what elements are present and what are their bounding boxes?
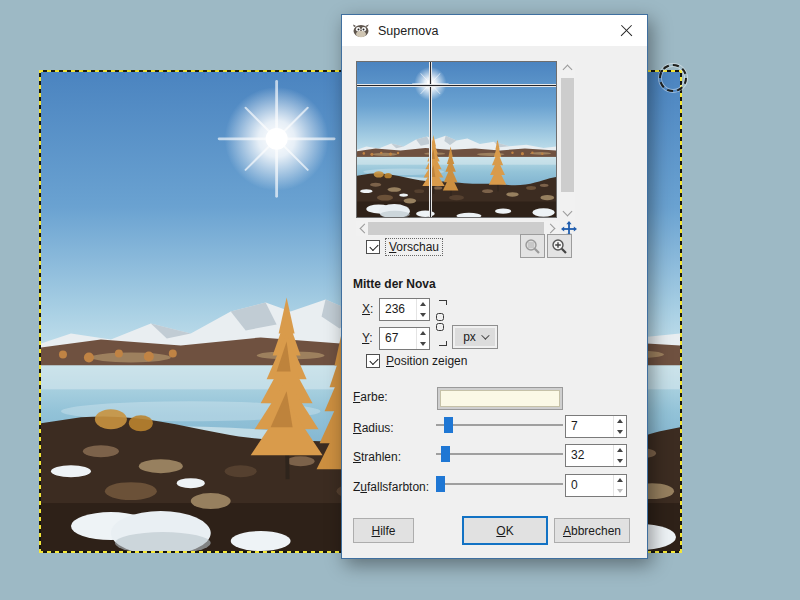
help-button-label: Hilfe: [371, 524, 395, 538]
cancel-button[interactable]: Abbrechen: [554, 518, 630, 543]
zufallsfarbton-spin-down-icon[interactable]: [614, 486, 626, 497]
slider-thumb-1[interactable]: [441, 446, 450, 462]
y-value[interactable]: 67: [380, 328, 416, 349]
zoom-out-button[interactable]: [520, 234, 545, 258]
x-spinbox[interactable]: 236: [379, 298, 430, 321]
radius-label: Radius:: [353, 421, 394, 435]
close-icon: [620, 24, 633, 37]
preview-toggle[interactable]: Vorschau: [366, 239, 442, 255]
dialog-title: Supernova: [378, 24, 438, 38]
strahlen-spin-down-icon[interactable]: [614, 456, 626, 467]
strahlen-spinbox[interactable]: 32: [565, 444, 627, 467]
y-spinbox[interactable]: 67: [379, 327, 430, 350]
scroll-up-icon[interactable]: [563, 65, 573, 75]
vertical-scroll-thumb[interactable]: [561, 78, 574, 192]
show-position-checkbox[interactable]: [366, 354, 380, 368]
zufallsfarbton-slider[interactable]: [436, 476, 563, 492]
selection-marching-ants-circle: [659, 64, 687, 92]
radius-spin-up-icon[interactable]: [614, 416, 626, 427]
unit-dropdown[interactable]: px: [452, 325, 498, 349]
x-spin-down-icon[interactable]: [417, 310, 429, 321]
strahlen-spin-up-icon[interactable]: [614, 445, 626, 456]
ok-button-label: OK: [496, 524, 513, 538]
show-position-toggle[interactable]: Position zeigen: [366, 354, 467, 368]
y-spin-down-icon[interactable]: [417, 339, 429, 350]
preview-viewport[interactable]: [356, 61, 557, 218]
scroll-right-icon[interactable]: [546, 224, 556, 234]
zufallsfarbton-label: Zufallsfarbton:: [353, 480, 429, 494]
y-label: Y:: [362, 331, 378, 345]
cancel-button-label: Abbrechen: [563, 524, 621, 538]
zoom-out-icon: [524, 238, 541, 255]
scroll-down-icon[interactable]: [563, 207, 573, 217]
strahlen-label: Strahlen:: [353, 450, 401, 464]
color-picker-button[interactable]: [437, 387, 563, 410]
strahlen-value[interactable]: 32: [566, 445, 613, 466]
layer-boundary-left: [39, 70, 41, 553]
slider-thumb-2[interactable]: [436, 476, 445, 492]
chain-unlink-icon[interactable]: [436, 300, 449, 346]
nova-center-crosshair-horizontal: [357, 84, 556, 87]
gimp-wilber-icon: [352, 24, 370, 38]
preview-checkbox-label[interactable]: Vorschau: [386, 239, 442, 255]
color-label: Farbe:: [353, 390, 388, 404]
layer-boundary-right: [680, 70, 682, 553]
y-spin-up-icon[interactable]: [417, 328, 429, 339]
strahlen-slider[interactable]: [436, 446, 563, 462]
radius-spinbox[interactable]: 7: [565, 415, 627, 438]
radius-value[interactable]: 7: [566, 416, 613, 437]
x-value[interactable]: 236: [380, 299, 416, 320]
unit-value: px: [463, 330, 476, 344]
zoom-in-button[interactable]: [547, 234, 572, 258]
dialog-titlebar[interactable]: Supernova: [342, 15, 647, 46]
slider-thumb-0[interactable]: [444, 417, 453, 433]
supernova-dialog: Supernova Vorschau: [341, 14, 648, 559]
preview-vertical-scrollbar[interactable]: [560, 61, 575, 220]
horizontal-scroll-thumb[interactable]: [368, 222, 544, 235]
x-label: X:: [362, 302, 378, 316]
radius-spin-down-icon[interactable]: [614, 427, 626, 438]
ok-button[interactable]: OK: [462, 516, 548, 545]
zufallsfarbton-spin-up-icon[interactable]: [614, 475, 626, 486]
chevron-down-icon: [481, 331, 489, 339]
color-swatch-fill: [440, 390, 560, 407]
x-spin-up-icon[interactable]: [417, 299, 429, 310]
zufallsfarbton-value[interactable]: 0: [566, 475, 613, 496]
zoom-in-icon: [551, 238, 568, 255]
preview-checkbox[interactable]: [366, 240, 380, 254]
zufallsfarbton-spinbox[interactable]: 0: [565, 474, 627, 497]
show-position-label[interactable]: Position zeigen: [386, 354, 467, 368]
close-button[interactable]: [611, 18, 641, 43]
center-section-heading: Mitte der Nova: [353, 277, 436, 291]
radius-slider[interactable]: [436, 417, 563, 433]
help-button[interactable]: Hilfe: [353, 518, 414, 543]
